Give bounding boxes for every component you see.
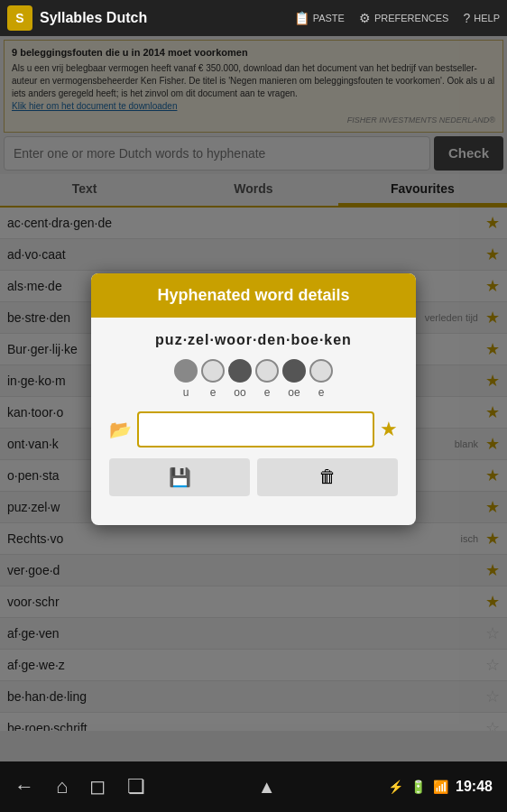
syllable-label: e [255,386,279,399]
syllable-circles [106,359,401,383]
delete-icon: 🗑 [318,466,336,487]
syllable-label: oe [282,386,306,399]
modal-star-icon[interactable]: ★ [380,418,398,441]
paste-button[interactable]: 📋 PASTE [294,11,345,25]
syllable-labels: ueooeoee [106,386,401,399]
delete-button[interactable]: 🗑 [257,458,398,496]
syllable-circle[interactable] [309,359,333,383]
nav-left: ← ⌂ ◻ ❏ [14,775,145,798]
status-center: ▲ [258,777,276,798]
up-icon[interactable]: ▲ [258,777,276,798]
home-icon[interactable]: ⌂ [56,775,68,798]
title-left: S Syllables Dutch [7,5,147,31]
modal-dialog: Hyphenated word details puz·zel·woor·den… [91,273,416,525]
save-icon: 💾 [169,466,191,488]
modal-overlay: Hyphenated word details puz·zel·woor·den… [0,36,507,761]
paste-icon: 📋 [294,11,309,25]
help-icon: ? [463,11,470,25]
grid-icon[interactable]: ❏ [127,775,145,798]
battery-icon: 🔋 [410,780,426,794]
preferences-label: PREFERENCES [374,13,449,23]
syllable-label: e [309,386,333,399]
title-actions: 📋 PASTE ⚙ PREFERENCES ? HELP [294,11,500,25]
recents-icon[interactable]: ◻ [89,775,106,798]
clock: 19:48 [456,779,493,795]
syllable-circle[interactable] [201,359,225,383]
app-title: Syllables Dutch [40,10,147,26]
preferences-icon: ⚙ [359,11,371,25]
modal-body: puz·zel·woor·den·boe·ken ueooeoee 📂 ★ 💾 … [91,318,416,511]
syllable-circle[interactable] [228,359,252,383]
back-icon[interactable]: ← [14,775,34,798]
app-icon: S [7,5,32,31]
syllable-label: u [174,386,198,399]
syllable-circle[interactable] [255,359,279,383]
wifi-icon: 📶 [433,780,448,794]
help-label: HELP [474,13,500,23]
modal-word: puz·zel·woor·den·boe·ken [106,332,401,348]
modal-header: Hyphenated word details [91,273,416,318]
syllable-label: oo [228,386,252,399]
preferences-button[interactable]: ⚙ PREFERENCES [359,11,449,25]
status-right: ⚡ 🔋 📶 19:48 [388,779,493,795]
syllable-circle[interactable] [282,359,306,383]
usb-icon: ⚡ [388,780,403,794]
status-bar: ← ⌂ ◻ ❏ ▲ ⚡ 🔋 📶 19:48 [0,761,507,812]
syllable-label: e [201,386,225,399]
modal-text-input[interactable] [137,411,374,448]
help-button[interactable]: ? HELP [463,11,500,25]
modal-input-row: 📂 ★ [106,411,401,448]
folder-icon[interactable]: 📂 [109,419,132,440]
paste-label: PASTE [313,13,345,23]
modal-actions: 💾 🗑 [106,458,401,496]
title-bar: S Syllables Dutch 📋 PASTE ⚙ PREFERENCES … [0,0,507,36]
syllable-circle[interactable] [174,359,198,383]
save-button[interactable]: 💾 [109,458,250,496]
modal-title: Hyphenated word details [106,286,401,305]
